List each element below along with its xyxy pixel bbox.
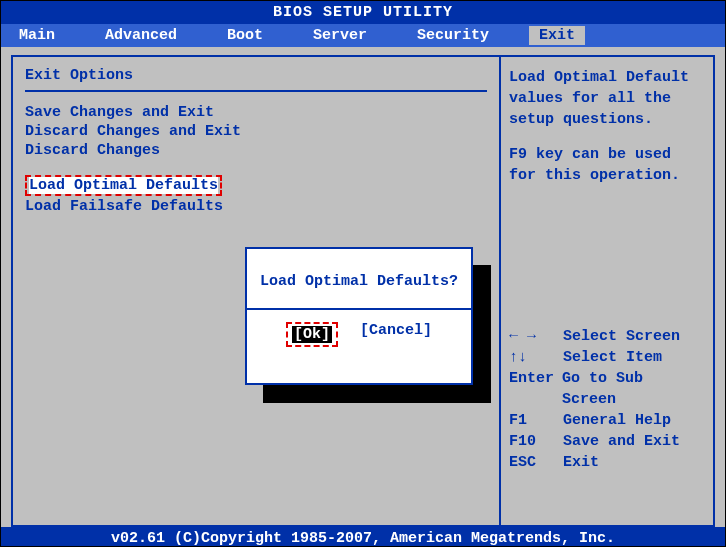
- dialog-message: Load Optimal Defaults?: [247, 249, 471, 308]
- help-line: setup questions.: [509, 109, 703, 130]
- ok-button[interactable]: [Ok]: [292, 326, 332, 343]
- divider: [25, 90, 487, 92]
- help-line: Load Optimal Default: [509, 67, 703, 88]
- opt-load-optimal-label: Load Optimal Defaults: [29, 177, 218, 194]
- exit-options-heading: Exit Options: [25, 67, 487, 84]
- key-row: ← →Select Screen: [509, 326, 703, 347]
- content-area: Exit Options Save Changes and Exit Disca…: [1, 47, 725, 527]
- key-row: EnterGo to Sub Screen: [509, 368, 703, 410]
- confirm-dialog: Load Optimal Defaults? [Ok] [Cancel]: [245, 247, 473, 385]
- right-panel: Load Optimal Default values for all the …: [499, 55, 715, 527]
- annotation-highlight: Load Optimal Defaults: [25, 175, 222, 196]
- help-line: F9 key can be used: [509, 144, 703, 165]
- cancel-button[interactable]: [Cancel]: [360, 322, 432, 347]
- opt-load-optimal[interactable]: Load Optimal Defaults: [25, 175, 487, 196]
- menu-main[interactable]: Main: [9, 26, 65, 45]
- help-line: for this operation.: [509, 165, 703, 186]
- annotation-highlight-ok: [Ok]: [286, 322, 338, 347]
- help-line: values for all the: [509, 88, 703, 109]
- menu-server[interactable]: Server: [303, 26, 377, 45]
- key-row: F1General Help: [509, 410, 703, 431]
- key-row: ESCExit: [509, 452, 703, 473]
- footer: v02.61 (C)Copyright 1985-2007, American …: [1, 527, 725, 547]
- opt-discard-changes[interactable]: Discard Changes: [25, 142, 487, 159]
- dialog-buttons: [Ok] [Cancel]: [247, 310, 471, 359]
- menu-boot[interactable]: Boot: [217, 26, 273, 45]
- menu-security[interactable]: Security: [407, 26, 499, 45]
- title-bar: BIOS SETUP UTILITY: [1, 1, 725, 24]
- opt-discard-exit[interactable]: Discard Changes and Exit: [25, 123, 487, 140]
- opt-save-exit[interactable]: Save Changes and Exit: [25, 104, 487, 121]
- help-keys: ← →Select Screen ↑↓Select Item EnterGo t…: [509, 326, 703, 473]
- help-text: Load Optimal Default values for all the …: [509, 67, 703, 186]
- key-row: ↑↓Select Item: [509, 347, 703, 368]
- menu-advanced[interactable]: Advanced: [95, 26, 187, 45]
- menu-bar: Main Advanced Boot Server Security Exit: [1, 24, 725, 47]
- copyright: v02.61 (C)Copyright 1985-2007, American …: [111, 530, 615, 547]
- key-row: F10Save and Exit: [509, 431, 703, 452]
- opt-load-failsafe[interactable]: Load Failsafe Defaults: [25, 198, 487, 215]
- app-title: BIOS SETUP UTILITY: [273, 4, 453, 21]
- menu-exit[interactable]: Exit: [529, 26, 585, 45]
